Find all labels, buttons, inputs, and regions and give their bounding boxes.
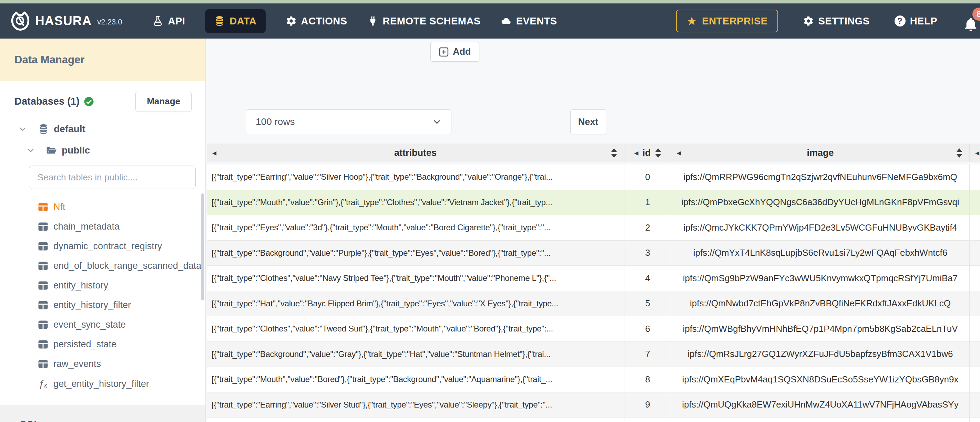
sidebar-item-raw-events[interactable]: raw_events	[0, 354, 205, 374]
cell-attributes[interactable]: [{"trait_type":"Clothes","value":"Tweed …	[207, 316, 624, 341]
table-row[interactable]: [{"trait_type":"Earring","value":"Silver…	[207, 165, 980, 190]
nav-item-actions[interactable]: ACTIONS	[286, 16, 347, 27]
table-row[interactable]: [{"trait_type":"Clothes","value":"Tweed …	[207, 316, 980, 342]
sidebar-item-persisted-state[interactable]: persisted_state	[0, 335, 205, 354]
sort-icon[interactable]	[655, 148, 661, 158]
sidebar-item-event-sync-state[interactable]: event_sync_state	[0, 315, 205, 335]
cell-id[interactable]: 6	[624, 316, 671, 341]
table-row[interactable]: [{"trait_type":"Eyes","value":"3d"},{"tr…	[207, 215, 980, 241]
collapse-column-icon[interactable]: ◂	[677, 148, 681, 158]
collapse-column-icon[interactable]: ◂	[212, 148, 216, 158]
notifications-button[interactable]: 8	[962, 9, 980, 33]
cell-image[interactable]: ipfs://QmPbxeGcXhYQQNgsC6a36dDyYUcHgMLnG…	[671, 190, 970, 215]
tree-database-label: default	[54, 124, 86, 135]
sidebar-item-nft[interactable]: Nft	[0, 197, 205, 217]
cell-id[interactable]: 0	[624, 165, 671, 190]
nav-item-help[interactable]: ? HELP	[894, 16, 937, 27]
sort-icon[interactable]	[956, 148, 963, 158]
cell-id[interactable]: 2	[624, 215, 671, 240]
sidebar-item-chain-metadata[interactable]: chain_metadata	[0, 217, 205, 236]
sidebar-footer[interactable]: SQL	[0, 405, 205, 422]
cell-id[interactable]: 1	[624, 190, 671, 215]
nav-item-api[interactable]: API	[152, 16, 185, 27]
cell-overflow	[970, 165, 980, 190]
cell-id[interactable]: 9	[624, 392, 671, 417]
collapse-column-icon[interactable]: ◂	[975, 148, 979, 158]
tree-schema-public[interactable]: public	[27, 145, 205, 156]
cell-attributes[interactable]: [{"trait_type":"Eyes","value":"3d"},{"tr…	[207, 215, 624, 240]
brand-block[interactable]: HASURA v2.23.0	[10, 11, 122, 31]
cell-attributes[interactable]: [{"trait_type":"Mouth","value":"Bored"},…	[207, 367, 624, 392]
chevron-down-icon[interactable]	[27, 146, 35, 155]
manage-button[interactable]: Manage	[135, 91, 192, 112]
column-header-id[interactable]: ◂ id	[624, 144, 671, 162]
cell-overflow	[970, 342, 980, 367]
data-manager-sidebar: Data Manager Databases (1) Manage defaul…	[0, 38, 206, 422]
next-page-button[interactable]: Next	[570, 109, 606, 134]
enterprise-button[interactable]: ★ ENTERPRISE	[676, 10, 778, 32]
table-icon	[38, 222, 48, 231]
database-icon	[38, 124, 49, 135]
plug-icon	[368, 16, 379, 27]
sort-icon[interactable]	[611, 148, 617, 158]
sidebar-item-dynamic-contract-registry[interactable]: dynamic_contract_registry	[0, 236, 205, 256]
table-row[interactable]: [{"trait_type":"Background","value":"Gra…	[207, 342, 980, 367]
cell-overflow	[970, 266, 980, 291]
cell-id[interactable]: 5	[624, 291, 671, 316]
table-row[interactable]: [{"trait_type":"Hat","value":"Bayc Flipp…	[207, 291, 980, 317]
rows-select-value: 100 rows	[256, 116, 295, 127]
add-row-button[interactable]: Add	[430, 42, 479, 62]
table-label: entity_history_filter	[53, 300, 131, 311]
collapse-column-icon[interactable]: ◂	[634, 148, 638, 158]
add-button-label: Add	[453, 46, 471, 57]
cell-image[interactable]: ipfs://QmWBgfBhyVmHNhBfEQ7p1P4Mpn7pm5b8K…	[671, 316, 970, 341]
cell-id[interactable]: 3	[624, 241, 671, 266]
database-icon	[214, 16, 225, 27]
cell-overflow	[970, 316, 980, 341]
sidebar-item-end-of-block-range-scanned-data[interactable]: end_of_block_range_scanned_data	[0, 256, 205, 276]
cell-id[interactable]: 8	[624, 367, 671, 392]
table-row[interactable]: [{"trait_type":"Mouth","value":"Bored"},…	[207, 367, 980, 392]
connected-check-icon	[84, 97, 94, 107]
table-label: persisted_state	[53, 339, 116, 350]
nav-item-settings[interactable]: SETTINGS	[803, 16, 870, 27]
sidebar-scrollbar-thumb[interactable]	[201, 194, 204, 300]
rows-per-page-select[interactable]: 100 rows	[246, 109, 452, 134]
sidebar-item-get-entity-history-filter[interactable]: ƒₓ get_entity_history_filter	[0, 374, 205, 394]
nav-item-data[interactable]: DATA	[205, 9, 265, 33]
cell-id[interactable]: 4	[624, 266, 671, 291]
cell-attributes[interactable]: [{"trait_type":"Earring","value":"Silver…	[207, 165, 624, 190]
cell-image[interactable]: ipfs://QmSg9bPzW9anFYc3wWU5KnvymwkxQTpmq…	[671, 266, 970, 291]
cell-attributes[interactable]: [{"trait_type":"Background","value":"Pur…	[207, 241, 624, 266]
search-tables-input[interactable]	[29, 165, 196, 189]
cell-attributes[interactable]: [{"trait_type":"Clothes","value":"Navy S…	[207, 266, 624, 291]
rows-table: ◂ attributes ◂ id ◂ image ◂	[207, 144, 980, 422]
cell-image[interactable]: ipfs://QmXEqPbvM4aq1SQSXN8DSuEcSo5SseYW1…	[671, 367, 970, 392]
cell-image[interactable]: ipfs://QmRRPWG96cmgTn2qSzjwr2qvfNEuhunv6…	[671, 165, 970, 190]
tables-list: Nft chain_metadata dynamic_contract_regi…	[0, 197, 205, 394]
settings-label: SETTINGS	[818, 16, 870, 27]
table-row[interactable]: [{"trait_type":"Background","value":"Pur…	[207, 241, 980, 266]
table-row[interactable]: [{"trait_type":"Clothes","value":"Navy S…	[207, 266, 980, 291]
nav-item-events[interactable]: EVENTS	[501, 16, 557, 27]
cell-image[interactable]: ipfs://QmYxT4LnK8sqLupjbS6eRvu1si7Ly2wFQ…	[671, 241, 970, 266]
table-row-highlighted[interactable]: [{"trait_type":"Mouth","value":"Grin"},{…	[207, 190, 980, 216]
column-header-attributes[interactable]: ◂ attributes	[207, 144, 624, 162]
chevron-down-icon[interactable]	[19, 125, 27, 133]
help-label: HELP	[910, 16, 937, 27]
sidebar-item-entity-history[interactable]: entity_history	[0, 276, 205, 295]
sidebar-item-entity-history-filter[interactable]: entity_history_filter	[0, 295, 205, 315]
table-row[interactable]: [{"trait_type":"Earring","value":"Silver…	[207, 392, 980, 418]
cell-id[interactable]: 7	[624, 342, 671, 367]
tree-database-default[interactable]: default	[19, 124, 205, 135]
cell-attributes[interactable]: [{"trait_type":"Mouth","value":"Grin"},{…	[207, 190, 624, 215]
cell-attributes[interactable]: [{"trait_type":"Hat","value":"Bayc Flipp…	[207, 291, 624, 316]
nav-item-remote-schemas[interactable]: REMOTE SCHEMAS	[368, 16, 481, 27]
cell-image[interactable]: ipfs://QmUQgKka8EW7exiUHnMwZ4UoXA11wV7NF…	[671, 392, 970, 417]
cell-attributes[interactable]: [{"trait_type":"Background","value":"Gra…	[207, 342, 624, 367]
cell-image[interactable]: ipfs://QmcJYkCKK7QPmYWjp4FD2e3Lv5WCGFuHN…	[671, 215, 970, 240]
column-header-image[interactable]: ◂ image	[671, 144, 970, 162]
cell-image[interactable]: ipfs://QmNwbd7ctEhGpVkP8nZvBBQfiNeFKRdxf…	[671, 291, 970, 316]
cell-attributes[interactable]: [{"trait_type":"Earring","value":"Silver…	[207, 392, 624, 417]
cell-image[interactable]: ipfs://QmRsJLrg27GQ1ZWyrXZFuJFdU5bapfzsy…	[671, 342, 970, 367]
